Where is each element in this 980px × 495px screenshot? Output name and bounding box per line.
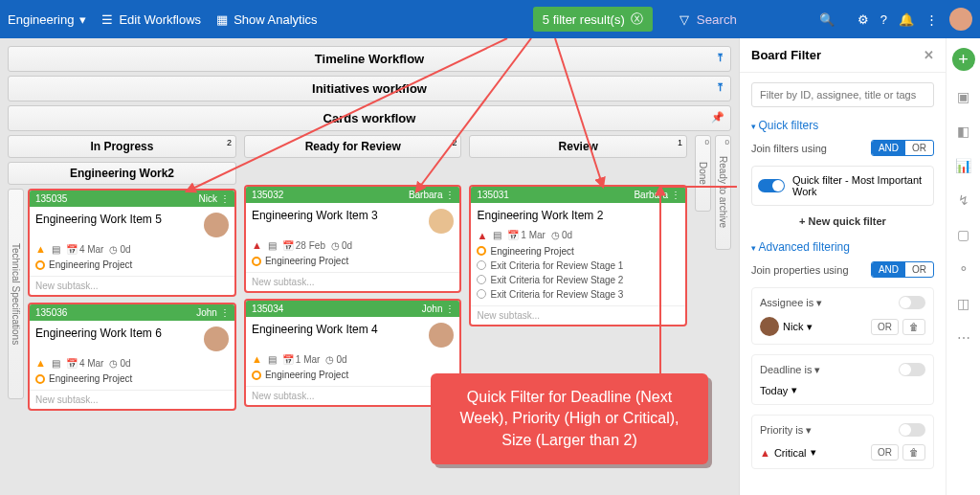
show-analytics-button[interactable]: ▦ Show Analytics — [216, 12, 317, 27]
workflow-initiatives[interactable]: Initiatives workflow⤒ — [8, 76, 731, 101]
checkbox-icon[interactable] — [477, 275, 486, 284]
filter-value[interactable]: Today — [760, 385, 788, 396]
project-dot-icon — [477, 246, 486, 256]
delete-icon[interactable]: 🗑 — [902, 444, 925, 461]
advanced-filtering-section[interactable]: Advanced filtering — [751, 240, 934, 254]
or-button[interactable]: OR — [871, 444, 899, 461]
rail-icon-4[interactable]: ↯ — [955, 191, 972, 209]
card-135034[interactable]: 135034John⋮ Engineering Work Item 4 ▲▤📅1… — [244, 299, 462, 407]
quick-filter-most-important[interactable]: Quick filter - Most Important Work — [751, 166, 934, 206]
assignee-avatar[interactable] — [204, 213, 229, 237]
subcolumn-engineering-work[interactable]: Engineering Work2 — [8, 162, 236, 185]
card-id: 135034 — [252, 304, 283, 314]
board-area: Timeline Workflow⤒ Initiatives workflow⤒… — [0, 38, 739, 495]
clock-icon: ◷ — [331, 240, 340, 251]
exit-criteria-item[interactable]: Exit Criteria for Review Stage 3 — [477, 289, 679, 300]
toggle-off-icon[interactable] — [899, 423, 925, 437]
workspace-dropdown[interactable]: Engineering ▾ — [8, 12, 86, 27]
project-dot-icon — [252, 371, 261, 380]
filter-value[interactable]: Nick — [783, 321, 803, 332]
toggle-off-icon[interactable] — [899, 363, 925, 376]
close-icon[interactable]: ✕ — [924, 48, 934, 62]
pin-icon[interactable]: ⤒ — [716, 52, 724, 64]
search-input[interactable] — [697, 12, 812, 27]
card-menu-icon[interactable]: ⋮ — [445, 190, 454, 200]
rail-icon-3[interactable]: 📊 — [955, 157, 972, 174]
gear-icon[interactable]: ⚙ — [858, 12, 869, 27]
new-subtask-input[interactable]: New subtask... — [471, 305, 685, 325]
search-icon[interactable]: 🔍 — [819, 12, 835, 27]
column-in-progress[interactable]: In Progress2 — [8, 135, 236, 158]
add-button[interactable]: + — [952, 48, 975, 71]
card-menu-icon[interactable]: ⋮ — [220, 193, 229, 204]
toggle-on-icon[interactable] — [758, 179, 785, 192]
filter-priority: Priority is ▾ ▲Critical ▾OR🗑 — [751, 415, 934, 469]
exit-criteria-item[interactable]: Exit Criteria for Review Stage 2 — [477, 275, 679, 285]
pin-icon[interactable]: ⤒ — [716, 81, 724, 94]
top-bar: Engineering ▾ ☰ Edit Workflows ▦ Show An… — [0, 0, 980, 38]
new-subtask-input[interactable]: New subtask... — [30, 390, 234, 409]
priority-high-icon: ▲ — [35, 243, 46, 255]
swimlane-tech-specs[interactable]: Technical Specifications — [8, 189, 24, 399]
quick-filter-label: Quick filter - Most Important Work — [792, 174, 927, 197]
column-done[interactable]: 0Done — [695, 135, 711, 212]
quick-filters-section[interactable]: Quick filters — [751, 119, 934, 132]
and-or-toggle[interactable]: ANDOR — [871, 261, 934, 278]
filter-value[interactable]: Critical — [774, 447, 807, 459]
card-id: 135031 — [477, 190, 508, 200]
more-icon[interactable]: ⋮ — [925, 12, 938, 27]
rail-icon-6[interactable]: ⚬ — [955, 260, 972, 278]
user-avatar[interactable] — [949, 8, 972, 31]
and-or-toggle[interactable]: ANDOR — [871, 140, 934, 156]
or-button[interactable]: OR — [871, 319, 899, 335]
checkbox-icon[interactable] — [477, 260, 486, 270]
checkbox-icon[interactable] — [477, 289, 486, 299]
card-id: 135036 — [35, 307, 67, 318]
card-135031[interactable]: 135031Barbara⋮ Engineering Work Item 2 ▲… — [469, 185, 687, 326]
bell-icon[interactable]: 🔔 — [899, 12, 914, 27]
assignee-avatar[interactable] — [429, 209, 454, 234]
edit-workflows-button[interactable]: ☰ Edit Workflows — [101, 12, 201, 27]
join-props-label: Join properties using — [751, 264, 849, 276]
filter-results-badge: 5 filter result(s) ⓧ — [533, 7, 653, 32]
column-archive[interactable]: 0Ready to archive — [715, 135, 731, 250]
new-subtask-input[interactable]: New subtask... — [246, 386, 460, 405]
size-icon: ▤ — [52, 358, 60, 369]
rail-icon-2[interactable]: ◧ — [955, 123, 972, 140]
help-icon[interactable]: ? — [880, 12, 887, 27]
workflow-timeline[interactable]: Timeline Workflow⤒ — [8, 46, 731, 72]
card-135032[interactable]: 135032Barbara⋮ Engineering Work Item 3 ▲… — [244, 185, 462, 293]
rail-icon-7[interactable]: ◫ — [955, 295, 972, 312]
calendar-icon: 📅 — [507, 230, 519, 240]
workflow-cards[interactable]: Cards workflow📌 — [8, 105, 731, 131]
project-label: Engineering Project — [265, 256, 348, 266]
new-subtask-input[interactable]: New subtask... — [246, 272, 460, 291]
column-review[interactable]: Review1 — [469, 135, 687, 158]
project-label: Engineering Project — [49, 259, 132, 270]
card-menu-icon[interactable]: ⋮ — [671, 190, 679, 200]
clock-icon: ◷ — [551, 230, 560, 240]
card-menu-icon[interactable]: ⋮ — [445, 304, 454, 314]
new-subtask-input[interactable]: New subtask... — [30, 276, 234, 295]
rail-icon-5[interactable]: ▢ — [955, 226, 972, 243]
edit-workflows-label: Edit Workflows — [119, 12, 201, 27]
card-135035[interactable]: 135035Nick⋮ Engineering Work Item 5 ▲▤📅4… — [28, 189, 236, 297]
rail-icon-more[interactable]: ⋯ — [955, 329, 972, 347]
toggle-off-icon[interactable] — [899, 296, 925, 309]
project-label: Engineering Project — [49, 373, 132, 384]
column-ready-review[interactable]: Ready for Review2 — [244, 135, 462, 158]
card-title: Engineering Work Item 2 — [477, 209, 603, 224]
card-menu-icon[interactable]: ⋮ — [220, 307, 229, 318]
assignee-avatar[interactable] — [429, 323, 454, 348]
clear-filters-button[interactable]: ⓧ — [631, 11, 643, 28]
filter-search-input[interactable] — [751, 82, 934, 107]
assignee-avatar[interactable] — [204, 326, 229, 351]
pin-icon[interactable]: 📌 — [711, 111, 724, 124]
exit-criteria-item[interactable]: Exit Criteria for Review Stage 1 — [477, 260, 679, 271]
rail-icon-1[interactable]: ▣ — [955, 88, 972, 105]
size-icon: ▤ — [268, 354, 277, 365]
join-filters-label: Join filters using — [751, 143, 827, 154]
delete-icon[interactable]: 🗑 — [902, 319, 925, 335]
card-135036[interactable]: 135036John⋮ Engineering Work Item 6 ▲▤📅4… — [28, 303, 236, 411]
new-quick-filter-button[interactable]: New quick filter — [751, 215, 934, 227]
